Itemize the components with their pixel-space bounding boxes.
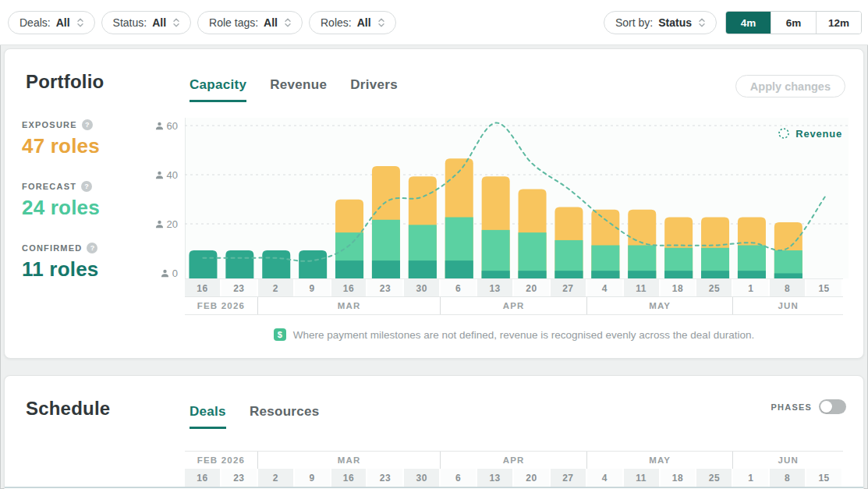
filter-label: Roles: xyxy=(321,16,352,29)
date-cell: 4 xyxy=(587,469,624,487)
y-tick-value: 20 xyxy=(167,218,178,230)
filter-status[interactable]: Status:All xyxy=(101,11,191,34)
date-cell: 25 xyxy=(696,469,733,487)
month-cell: JUN xyxy=(733,452,843,469)
chevron-updown-icon xyxy=(76,16,85,29)
date-cell: 1 xyxy=(733,469,770,487)
help-icon[interactable]: ? xyxy=(87,243,97,253)
month-cell: MAY xyxy=(587,452,734,469)
date-cell: 23 xyxy=(367,469,404,487)
dotted-circle-icon xyxy=(778,127,790,140)
bar-25 xyxy=(701,218,729,278)
date-cell: 23 xyxy=(221,279,258,297)
date-cell: 15 xyxy=(806,469,843,487)
tab-revenue[interactable]: Revenue xyxy=(270,77,327,102)
month-cell: APR xyxy=(441,452,587,469)
bar-1 xyxy=(738,218,766,278)
footnote-text: Where payment milestones are not defined… xyxy=(293,329,754,341)
date-cell: 16 xyxy=(185,469,221,487)
tab-deals[interactable]: Deals xyxy=(190,404,226,429)
range-button-12m[interactable]: 12m xyxy=(816,12,861,34)
date-cell: 23 xyxy=(221,469,258,487)
capacity-chart-canvas xyxy=(185,118,849,278)
portfolio-tabs: CapacityRevenueDrivers xyxy=(190,77,398,102)
phases-control: PHASES xyxy=(771,399,846,414)
schedule-divider xyxy=(5,487,863,488)
dollar-icon: $ xyxy=(274,328,286,341)
filter-value: All xyxy=(56,16,70,29)
tab-resources[interactable]: Resources xyxy=(250,404,320,429)
chevron-updown-icon xyxy=(283,16,292,29)
bar-23 xyxy=(372,166,400,278)
bar-18 xyxy=(664,218,693,278)
date-cell: 2 xyxy=(258,279,295,297)
toolbar-right: Sort by:Status 4m6m12m xyxy=(604,11,862,34)
person-icon xyxy=(155,171,164,179)
date-cell: 11 xyxy=(624,469,661,487)
help-icon[interactable]: ? xyxy=(82,119,93,130)
date-cell: 13 xyxy=(477,469,514,487)
range-button-4m[interactable]: 4m xyxy=(726,12,771,34)
person-icon xyxy=(155,122,164,130)
month-cell: JUN xyxy=(733,297,843,314)
bar-13 xyxy=(482,176,510,278)
filter-value: All xyxy=(357,16,371,29)
date-cell: 15 xyxy=(806,279,843,297)
month-cell: MAR xyxy=(258,452,441,469)
help-icon[interactable]: ? xyxy=(81,181,92,192)
stat-label: EXPOSURE xyxy=(22,120,77,129)
bar-27 xyxy=(554,207,583,278)
month-cell: FEB 2026 xyxy=(185,297,258,314)
date-cell: 8 xyxy=(770,469,806,487)
date-cell: 20 xyxy=(514,279,551,297)
bar-11 xyxy=(628,210,656,278)
revenue-legend-label: Revenue xyxy=(795,128,842,140)
date-cell: 18 xyxy=(661,469,697,487)
date-cell: 25 xyxy=(696,279,733,297)
chart-month-row: FEB 2026MARAPRMAYJUN xyxy=(185,296,843,315)
chart-y-axis: 6040200 xyxy=(122,118,179,282)
date-cell: 13 xyxy=(477,279,514,297)
date-cell: 4 xyxy=(587,279,624,297)
date-cell: 18 xyxy=(661,279,697,297)
month-cell: MAY xyxy=(587,297,734,314)
date-cell: 8 xyxy=(770,279,806,297)
date-cell: 9 xyxy=(295,279,331,297)
filter-label: Deals: xyxy=(19,16,51,29)
date-cell: 23 xyxy=(367,279,404,297)
portfolio-title: Portfolio xyxy=(26,71,104,93)
date-cell: 6 xyxy=(441,279,477,297)
y-tick-value: 40 xyxy=(167,169,178,181)
filter-bar: Deals:AllStatus:AllRole tags:AllRoles:Al… xyxy=(8,11,396,34)
sort-by-dropdown[interactable]: Sort by:Status xyxy=(604,11,717,34)
filter-deals[interactable]: Deals:All xyxy=(8,11,95,34)
bar-2 xyxy=(262,250,290,278)
time-range-selector: 4m6m12m xyxy=(725,11,862,34)
range-button-6m[interactable]: 6m xyxy=(771,12,816,34)
date-cell: 30 xyxy=(404,279,441,297)
date-cell: 27 xyxy=(551,469,587,487)
phases-toggle[interactable] xyxy=(819,399,846,414)
chevron-updown-icon xyxy=(377,16,386,29)
tab-drivers[interactable]: Drivers xyxy=(350,77,398,102)
chevron-updown-icon xyxy=(697,16,707,29)
filter-roles[interactable]: Roles:All xyxy=(309,11,396,34)
month-cell: FEB 2026 xyxy=(185,452,258,469)
revenue-legend: Revenue xyxy=(778,127,842,140)
sort-label: Sort by: xyxy=(615,16,653,29)
schedule-date-row: 162329162330613202741118251815 xyxy=(185,469,843,487)
y-axis-label: 40 xyxy=(155,168,178,181)
apply-changes-button[interactable]: Apply changes xyxy=(735,75,845,97)
stat-label: CONFIRMED xyxy=(22,243,82,253)
filter-value: All xyxy=(152,16,166,29)
y-axis-label: 0 xyxy=(161,267,178,279)
tab-capacity[interactable]: Capacity xyxy=(190,77,246,102)
sort-value: Status xyxy=(658,16,692,29)
capacity-chart: Revenue xyxy=(185,118,849,278)
filter-value: All xyxy=(264,16,278,29)
date-cell: 9 xyxy=(295,469,331,487)
schedule-month-row: FEB 2026MARAPRMAYJUN xyxy=(185,451,843,470)
toggle-knob xyxy=(820,401,832,413)
bar-16 xyxy=(189,250,217,278)
filter-role-tags[interactable]: Role tags:All xyxy=(197,11,303,34)
